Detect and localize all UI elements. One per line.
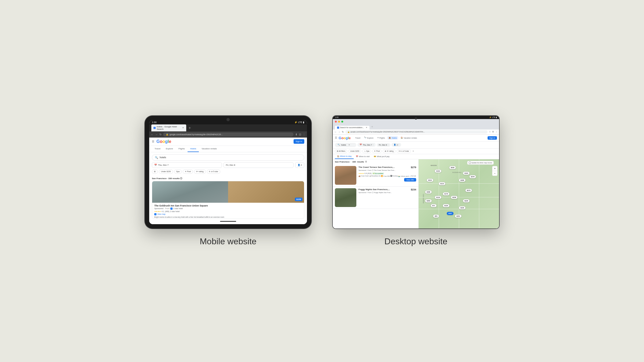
desktop-checkout-field[interactable]: Fri, Dec 8 › — [377, 143, 391, 147]
hotel-view-map[interactable]: f View map — [154, 213, 302, 215]
nav-tab-explore[interactable]: Explore — [163, 146, 176, 152]
menu-icon[interactable]: ⋮ — [303, 133, 305, 136]
update-list-button[interactable]: Update list when map moves — [467, 161, 494, 165]
desktop-search-input[interactable]: 🔍 hotels ✕ — [335, 143, 356, 147]
mobile-address-bar-row: ← → ↻ 🔒 google.com/travel/hotels?q=hotel… — [149, 131, 307, 138]
desktop-nav-vacation[interactable]: 🏠 Vacation rentals — [399, 136, 418, 140]
desktop-filter-under150[interactable]: Under $150 — [348, 149, 361, 153]
map-bubble-9[interactable]: $272 — [465, 189, 472, 192]
map-bubble-18-highlighted[interactable]: $567 — [447, 212, 453, 215]
desktop-nav-travel[interactable]: Travel — [354, 136, 362, 140]
filter-chip-under150[interactable]: Under $150 — [159, 169, 173, 174]
update-list-checkbox[interactable] — [469, 162, 471, 164]
tab-close-icon[interactable]: ✕ — [182, 127, 184, 129]
map-bubble-6[interactable]: $244 — [469, 175, 476, 178]
desktop-nav-explore[interactable]: 🔭 Explore — [363, 136, 375, 140]
nav-forward-button[interactable]: → — [155, 133, 158, 136]
nav-refresh-button[interactable]: ↻ — [159, 133, 162, 136]
map-bubble-13[interactable]: $386 — [425, 190, 432, 194]
desktop-forward-button[interactable]: → — [338, 131, 341, 133]
desktop-tab-close-icon[interactable]: ✕ — [366, 127, 367, 129]
mobile-checkin-field[interactable]: 📅 Thu, Dec 7 — [152, 162, 222, 168]
map-bubble-20[interactable]: $291 — [455, 215, 462, 218]
mobile-active-tab[interactable]: hotels - Google Hotel Search ✕ — [151, 124, 186, 131]
desktop-filter-rating[interactable]: ★ 4+ rating — [383, 149, 395, 153]
zoom-out-button[interactable]: − — [492, 171, 497, 176]
hamburger-icon[interactable]: ☰ — [152, 140, 154, 143]
map-bubble-3[interactable]: $163 — [463, 172, 470, 175]
filter-chip-all[interactable]: ⊞ — [152, 169, 158, 174]
map-bubble-11[interactable]: $238 — [451, 196, 458, 199]
nav-tab-flights[interactable]: Flights — [176, 146, 188, 152]
nav-tab-vacation[interactable]: Vacation rentals — [199, 146, 219, 152]
map-bubble-14[interactable]: $383 — [425, 199, 432, 202]
desktop-nav-hotels[interactable]: 🏨 Hotels — [387, 136, 398, 140]
clear-search-icon[interactable]: ✕ — [348, 144, 350, 146]
nav-back-button[interactable]: ← — [151, 133, 153, 136]
desktop-nav-flights[interactable]: ✈ Flights — [376, 136, 386, 140]
mobile-search-box[interactable]: 🔍 hotels — [152, 154, 304, 161]
nav-tab-hotels[interactable]: Hotels — [188, 146, 199, 152]
desktop-guests-field[interactable]: 👤 2 › — [391, 143, 401, 147]
desktop-hamburger-icon[interactable]: ☰ — [335, 136, 337, 139]
view-map-link[interactable]: View map — [157, 213, 166, 215]
hotel-exterior-image — [152, 181, 228, 203]
desktop-checkin-field[interactable]: 📅 Thu, Dec 7 › — [357, 143, 376, 147]
mobile-google-page: ☰ Google Sign in Travel Explore Flights … — [149, 138, 307, 224]
desktop-map-panel[interactable]: MASON RUSSIAN HILL CIVIC CENTER Update l… — [419, 159, 499, 228]
close-dot[interactable] — [335, 121, 337, 123]
desktop-menu-icon[interactable]: ⋮ — [495, 131, 497, 133]
address-bar-input[interactable]: 🔒 google.com/travel/hotels?q=hotels&g2lb… — [163, 132, 294, 136]
desktop-hotel-1-details: The Coast Terrace San Francisco,... $279… — [358, 166, 416, 185]
filter-chip-pool[interactable]: ✕ Pool — [183, 169, 193, 174]
mobile-checkout-field[interactable]: Fri, Dec 8 — [224, 162, 294, 168]
desktop-back-button[interactable]: ← — [334, 131, 337, 133]
nav-tab-travel[interactable]: Travel — [152, 146, 163, 152]
map-bubble-8[interactable]: $179 — [443, 192, 449, 195]
map-bubble-12[interactable]: $229 — [463, 199, 470, 202]
desktop-filter-star[interactable]: ✕ 4- or 5-star — [397, 149, 411, 153]
desktop-main-content: San Francisco · 330 results ⓘ — [333, 159, 499, 228]
desktop-bookmark-icon[interactable]: ☆ — [489, 131, 491, 133]
desktop-new-tab-button[interactable]: ＋ — [371, 124, 374, 130]
desktop-view-offer-button-1[interactable]: View offer — [404, 178, 416, 182]
tabs-icon[interactable]: ⊡ — [299, 133, 301, 136]
zoom-in-button[interactable]: + — [492, 166, 497, 171]
desktop-person-icon: 👤 — [394, 144, 396, 146]
map-bubble-10[interactable]: $119 — [435, 196, 441, 199]
download-icon[interactable]: ⬇ — [295, 133, 297, 136]
desktop-titlebar — [333, 119, 499, 124]
map-bubble-7[interactable]: $210 — [427, 179, 433, 182]
filter-chip-rating[interactable]: 4+ rating — [194, 169, 206, 174]
map-bubble-19[interactable]: $55 — [433, 215, 439, 218]
desktop-filter-pool[interactable]: ✕ Pool — [372, 149, 382, 153]
desktop-filter-spa[interactable]: ♨ Spa — [362, 149, 371, 153]
desktop-hotel-1-rating: ★★★★ 4.4 (414) 🌱 Eco-certified — [358, 172, 416, 175]
desktop-sign-in-button[interactable]: Sign in — [488, 136, 497, 140]
filter-chip-spa[interactable]: Spa — [174, 169, 182, 174]
map-bubble-1[interactable]: $153 — [435, 169, 441, 173]
map-bubble-2[interactable]: $930 — [449, 166, 456, 169]
filter-more-icon[interactable]: ✕ — [412, 150, 414, 152]
desktop-address-input[interactable]: 🔒 google.com/travel/search?q=hotels&g2lb… — [345, 130, 488, 134]
map-bubble-5[interactable]: $288 — [459, 179, 466, 182]
new-tab-button[interactable]: ＋ — [188, 125, 192, 130]
desktop-tab-what-youll-pay[interactable]: 💳 What you'll pay — [372, 154, 391, 159]
map-bubble-16[interactable]: $125 — [443, 204, 449, 207]
minimize-dot[interactable] — [338, 121, 340, 123]
mobile-guests-field[interactable]: 👤 2 — [295, 162, 304, 168]
desktop-tab-when-to-visit[interactable]: 📅 When to visit — [354, 154, 372, 159]
map-bubble-15[interactable]: $71 — [431, 204, 437, 207]
maximize-dot[interactable] — [341, 121, 343, 123]
desktop-filter-all[interactable]: ⊞ All filters — [335, 149, 347, 153]
filter-chip-star[interactable]: 4- or 5-star — [207, 169, 220, 174]
desktop-download-icon[interactable]: ⬇ — [492, 131, 494, 133]
lock-icon: 🔒 — [166, 133, 169, 136]
map-bubble-17[interactable]: $229 — [459, 206, 466, 209]
mobile-sign-in-button[interactable]: Sign in — [294, 139, 304, 144]
desktop-active-tab[interactable]: Search for accommodation... ✕ — [335, 126, 369, 130]
google-logo: Google — [156, 139, 171, 144]
desktop-tab-where-to-stay[interactable]: 🏠 Where to stay — [335, 154, 354, 159]
desktop-refresh-button[interactable]: ↻ — [342, 131, 344, 133]
map-bubble-4[interactable]: $113 — [439, 182, 445, 185]
